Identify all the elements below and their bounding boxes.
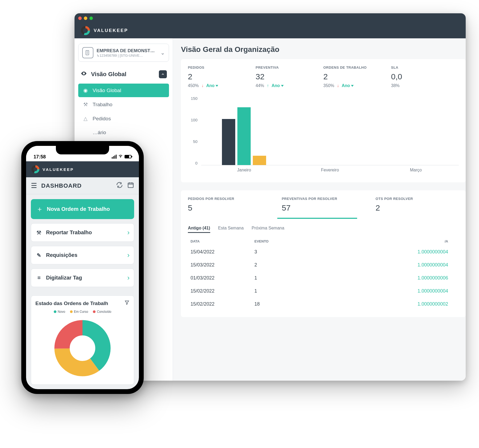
cell-evento: 2 bbox=[254, 262, 329, 268]
sidebar-item-1[interactable]: ⚒Trabalho bbox=[78, 98, 169, 111]
logo-icon bbox=[81, 26, 90, 35]
kpi-pct: 44% bbox=[256, 83, 264, 88]
period-select[interactable]: Ano bbox=[272, 83, 284, 88]
company-icon bbox=[82, 47, 93, 58]
menu-icon[interactable]: ☰ bbox=[31, 182, 37, 190]
sidebar-item-0[interactable]: ◉Visão Global bbox=[78, 84, 169, 97]
bar-group: Março bbox=[373, 96, 459, 165]
wifi-icon bbox=[118, 154, 123, 160]
bar bbox=[237, 107, 251, 165]
action-icon: ⌗ bbox=[35, 275, 42, 281]
kpi-1: PREVENTIVA3244%↑Ano bbox=[256, 65, 324, 88]
cell-evento: 3 bbox=[254, 249, 329, 255]
minimize-icon[interactable] bbox=[84, 17, 87, 20]
signal-icon bbox=[112, 155, 117, 159]
resolve-kpi-2: OTS POR RESOLVER2 bbox=[375, 197, 459, 212]
sidebar-item-2[interactable]: △Pedidos bbox=[78, 112, 169, 125]
refresh-icon[interactable] bbox=[116, 182, 123, 190]
action-label: Reportar Trabalho bbox=[46, 229, 92, 236]
ytick: 100 bbox=[188, 118, 197, 122]
kpi-value: 2 bbox=[323, 72, 391, 81]
calendar-icon[interactable] bbox=[127, 182, 134, 190]
mobile-toolbar: ☰ DASHBOARD bbox=[26, 177, 139, 194]
period-select[interactable]: Ano bbox=[206, 83, 218, 88]
cell-data: 15/02/2022 bbox=[191, 288, 254, 294]
tab-2[interactable]: Próxima Semana bbox=[252, 224, 284, 233]
cell-value: 1.0000000002 bbox=[329, 301, 456, 307]
kpi-card: PEDIDOS2450%↓AnoPREVENTIVA3244%↑AnoORDEN… bbox=[181, 59, 466, 182]
section-header[interactable]: Visão Global bbox=[78, 69, 169, 80]
svg-rect-1 bbox=[128, 183, 133, 187]
company-selector[interactable]: EMPRESA DE DEMONST… ↳123456789 | [STG-UN… bbox=[78, 44, 169, 62]
tabs: Antigo (41)Esta SemanaPróxima Semana bbox=[188, 224, 459, 233]
kpi-label: ORDENS DE TRABALHO bbox=[323, 65, 391, 69]
kpi-3: SLA0,038% bbox=[391, 65, 459, 88]
tab-1[interactable]: Esta Semana bbox=[218, 224, 244, 233]
table-row[interactable]: 15/02/202211.0000000004 bbox=[188, 285, 459, 298]
xtick: Março bbox=[373, 168, 459, 172]
bar-chart: 150100500 JaneiroFevereiroMarço bbox=[188, 96, 459, 165]
xtick: Fevereiro bbox=[287, 168, 373, 172]
sidebar-item-3[interactable]: …ário bbox=[78, 126, 169, 139]
phone-mockup: 17:58 VALUEKEEP ☰ DASHBOARD bbox=[21, 141, 144, 394]
chevron-right-icon: › bbox=[127, 251, 130, 259]
mobile-action-2[interactable]: ⌗Digitalizar Tag› bbox=[31, 269, 134, 287]
arrow-down-icon: ↓ bbox=[201, 83, 204, 88]
brand: VALUEKEEP bbox=[94, 28, 128, 33]
caret-down-icon bbox=[216, 85, 218, 87]
bar-group: Janeiro bbox=[201, 96, 287, 165]
chevron-down-icon: ⌄ bbox=[160, 50, 165, 56]
mobile-action-1[interactable]: ✎Requisições› bbox=[31, 246, 134, 264]
table-row[interactable]: 15/03/202221.0000000004 bbox=[188, 258, 459, 272]
tab-0[interactable]: Antigo (41) bbox=[188, 224, 210, 233]
period-select[interactable]: Ano bbox=[342, 83, 354, 88]
app-bar: VALUEKEEP bbox=[75, 23, 466, 38]
cell-data: 15/03/2022 bbox=[191, 262, 254, 268]
brand: VALUEKEEP bbox=[43, 167, 74, 172]
table-row[interactable]: 15/02/2022181.0000000002 bbox=[188, 298, 459, 311]
kpi-0: PEDIDOS2450%↓Ano bbox=[188, 65, 256, 88]
cell-evento: 18 bbox=[254, 301, 329, 307]
ytick: 150 bbox=[188, 96, 197, 101]
mobile-action-0[interactable]: ⚒Reportar Trabalho› bbox=[31, 223, 134, 242]
bar-group: Fevereiro bbox=[287, 96, 373, 165]
main-panel: Visão Geral da Organização PEDIDOS2450%↓… bbox=[173, 38, 466, 381]
work-order-status-card: Estado das Ordens de Trabalh Novo Em Cur… bbox=[31, 295, 134, 385]
nav-label: Pedidos bbox=[93, 116, 111, 122]
cell-evento: 1 bbox=[254, 275, 329, 281]
cell-value: 1.0000000004 bbox=[329, 288, 456, 294]
resolve-card: PEDIDOS POR RESOLVER5PREVENTIVAS POR RES… bbox=[181, 190, 466, 317]
collapse-button[interactable] bbox=[159, 70, 167, 78]
resolve-label: OTS POR RESOLVER bbox=[375, 197, 459, 201]
mobile-app-bar: VALUEKEEP bbox=[26, 161, 139, 177]
chevron-right-icon: › bbox=[127, 274, 130, 282]
table-row[interactable]: 01/03/202211.0000000006 bbox=[188, 272, 459, 285]
maximize-icon[interactable] bbox=[89, 17, 93, 20]
cell-value: 1.0000000004 bbox=[329, 249, 456, 255]
kpi-label: PREVENTIVA bbox=[256, 65, 324, 69]
kpi-label: PEDIDOS bbox=[188, 65, 256, 69]
table-row[interactable]: 15/04/202231.0000000004 bbox=[188, 245, 459, 258]
cell-data: 15/02/2022 bbox=[191, 301, 254, 307]
page-title: Visão Geral da Organização bbox=[181, 45, 466, 54]
section-label: Visão Global bbox=[91, 71, 126, 78]
close-icon[interactable] bbox=[78, 17, 82, 20]
caret-down-icon bbox=[281, 85, 284, 87]
cell-evento: 1 bbox=[254, 288, 329, 294]
chevron-right-icon: › bbox=[127, 228, 130, 237]
battery-icon bbox=[125, 155, 131, 158]
plus-icon: ＋ bbox=[36, 204, 43, 214]
action-label: Digitalizar Tag bbox=[46, 275, 82, 281]
action-label: Requisições bbox=[46, 252, 77, 258]
logo-icon bbox=[31, 165, 39, 173]
kpi-pct: 38% bbox=[391, 83, 400, 88]
kpi-value: 0,0 bbox=[391, 72, 459, 81]
filter-icon[interactable] bbox=[124, 300, 130, 307]
resolve-value: 2 bbox=[375, 203, 459, 212]
new-work-order-button[interactable]: ＋ Nova Ordem de Trabalho bbox=[31, 199, 134, 219]
resolve-value: 5 bbox=[188, 203, 271, 212]
cell-value: 1.0000000004 bbox=[329, 262, 456, 268]
arrow-up-icon: ↑ bbox=[267, 83, 269, 88]
col-value: /A bbox=[329, 239, 456, 243]
nav-icon: ⚒ bbox=[82, 101, 88, 108]
